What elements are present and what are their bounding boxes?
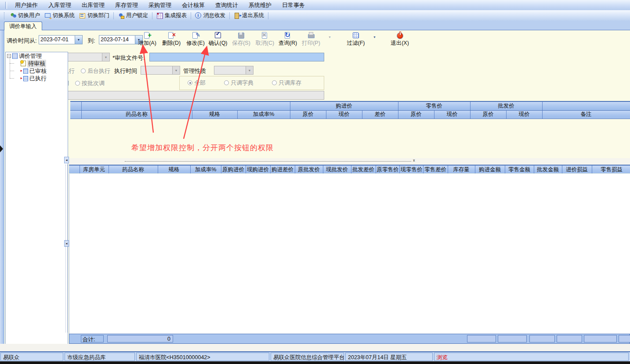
date-from-combo[interactable]: 2023-07-01 ▼	[39, 35, 83, 44]
chevron-down-icon[interactable]: ▼	[75, 36, 82, 44]
column-header[interactable]: 药品名称	[109, 166, 158, 173]
radio-icon[interactable]	[75, 81, 80, 86]
tree-collapse-icon[interactable]: −	[7, 54, 11, 58]
radio-range[interactable]: 按批次调	[75, 80, 105, 86]
column-header[interactable]: 加成率%	[190, 166, 221, 173]
column-header[interactable]: 库存量	[448, 166, 475, 173]
column-header[interactable]: 购进差价	[270, 166, 295, 173]
date-to-value[interactable]: 2023-07-14	[99, 36, 135, 44]
exec-time-dropdown[interactable]: ▼	[141, 66, 180, 75]
column-header[interactable]: 零售损益	[592, 166, 630, 173]
menu-item[interactable]: 用户操作	[10, 1, 43, 9]
menu-item[interactable]: 出库管理	[76, 1, 110, 9]
column-header[interactable]: 批发差价	[351, 166, 376, 173]
radio-scope[interactable]: 只调库存	[272, 79, 301, 87]
column-header[interactable]: 现批发价	[323, 166, 351, 173]
grid-group-header[interactable]: 零售价	[398, 102, 470, 110]
menu-items: 用户操作入库管理出库管理库存管理采购管理会计核算查询统计系统维护日常事务	[10, 1, 310, 9]
quickbar-switch-dept[interactable]: 切换部门	[77, 11, 112, 20]
date-from-value[interactable]: 2023-07-01	[39, 36, 75, 44]
mgmt-nature-dropdown[interactable]: ▼	[214, 66, 253, 75]
menu-item[interactable]: 日常事务	[277, 1, 310, 9]
column-header[interactable]: 药品名称	[81, 110, 192, 119]
column-header[interactable]: 库房单元	[80, 166, 109, 173]
quickbar-switch-system[interactable]: 切换系统	[42, 11, 77, 20]
action-button-confirm[interactable]: 确认(Q)	[206, 32, 230, 47]
action-button-delete[interactable]: 删除(D)	[159, 32, 183, 47]
quickbar-switch-user[interactable]: 切换用户	[7, 11, 42, 20]
column-header[interactable]: 原购进价	[221, 166, 246, 173]
column-header[interactable]: 原批发价	[295, 166, 323, 173]
close-icon[interactable]: x	[413, 158, 415, 162]
column-header[interactable]: 购进金额	[475, 166, 505, 173]
tree-item-node[interactable]: 已审核	[6, 67, 68, 75]
radio-scope[interactable]: 只调字典	[224, 79, 253, 87]
column-header[interactable]: 零售金额	[505, 166, 534, 173]
tree-item-selected[interactable]: 待审核	[6, 60, 68, 67]
column-header[interactable]: 进价损益	[562, 166, 592, 173]
column-header[interactable]: 原价	[398, 110, 434, 119]
quickbar-user-lock[interactable]: 用户锁定	[116, 11, 150, 20]
add-icon	[144, 32, 151, 39]
menu-item[interactable]: 查询统计	[210, 1, 243, 9]
tree-item-node[interactable]: 已执行	[6, 75, 68, 82]
column-header[interactable]: 现购进价	[246, 166, 270, 173]
upper-grid-header: 购进价零售价批发价药品名称规格加成率%原价现价差价原价现价原价现价备注	[70, 101, 630, 119]
column-header[interactable]: 现价	[506, 110, 542, 119]
column-header[interactable]: 差价	[362, 110, 398, 119]
menu-item[interactable]: 系统维护	[243, 1, 277, 9]
remark-input[interactable]	[35, 91, 324, 100]
radio-label: 全部	[194, 79, 206, 86]
radio-icon[interactable]	[224, 80, 229, 85]
action-button-add[interactable]: 增加(A)	[135, 32, 159, 47]
column-header[interactable]: 零售差价	[423, 166, 448, 173]
menu-item[interactable]: 采购管理	[143, 1, 177, 9]
query-icon	[284, 32, 291, 39]
action-button-print[interactable]: 打印(P)	[299, 32, 323, 47]
column-header[interactable]: 规格	[192, 110, 237, 119]
grid-group-empty	[81, 102, 290, 110]
tab-price-adjust-entry[interactable]: 调价单输入	[4, 22, 42, 30]
grid-group-header[interactable]: 购进价	[290, 102, 398, 110]
quickbar-message-info[interactable]: 消息收发	[193, 11, 228, 20]
approval-no-input[interactable]	[149, 53, 324, 61]
action-button-cancel[interactable]: 取消(C)	[253, 32, 277, 47]
quickbar-exit-door[interactable]: 退出系统	[232, 11, 266, 20]
column-header[interactable]: 备注	[542, 110, 630, 119]
splitter-strip[interactable]: x	[69, 158, 630, 165]
vertical-splitter[interactable]	[65, 165, 68, 332]
quickbar-label: 用户锁定	[126, 12, 148, 19]
exit-icon	[396, 32, 403, 39]
action-button-save[interactable]: 保存(S)	[229, 32, 253, 47]
grid-group-header[interactable]: 批发价	[470, 102, 542, 110]
menu-item[interactable]: 库存管理	[110, 1, 143, 9]
column-header[interactable]: 现零售价	[399, 166, 423, 173]
radio-exec-mode[interactable]: 后台执行	[81, 68, 110, 74]
radio-scope[interactable]: 全部	[188, 79, 206, 87]
column-header[interactable]: 现价	[326, 110, 362, 119]
save-icon	[238, 32, 245, 39]
column-header[interactable]: 规格	[158, 166, 190, 173]
column-header[interactable]: 原价	[290, 110, 326, 119]
action-button-edit[interactable]: 修改(E)	[184, 32, 207, 47]
radio-icon[interactable]	[188, 80, 192, 85]
radio-icon[interactable]	[272, 80, 277, 85]
action-button-query[interactable]: 查询(R)	[276, 32, 300, 47]
column-header[interactable]: 现价	[434, 110, 470, 119]
column-header[interactable]: 原零售价	[376, 166, 399, 173]
quickbar-report-grid[interactable]: 集成报表	[154, 11, 189, 20]
chevron-down-icon[interactable]: ▼	[373, 36, 376, 39]
chevron-down-icon[interactable]: ▼	[328, 36, 331, 39]
collapse-left-icon[interactable]: ◂	[64, 157, 69, 163]
column-header[interactable]: 原价	[470, 110, 506, 119]
splitter-track[interactable]	[125, 161, 411, 162]
radio-icon[interactable]	[81, 68, 86, 73]
annotation-text: 希望增加权限控制，分开两个按钮的权限	[131, 143, 274, 153]
action-button-exit[interactable]: 退出(X)	[388, 32, 412, 47]
tree-root-price-adjust[interactable]: − 调价管理	[6, 52, 68, 60]
column-header[interactable]: 加成率%	[237, 110, 290, 119]
menu-item[interactable]: 会计核算	[177, 1, 210, 9]
menu-item[interactable]: 入库管理	[43, 1, 76, 9]
action-button-filter[interactable]: 过滤(F)	[344, 32, 368, 47]
column-header[interactable]: 批发金额	[534, 166, 562, 173]
